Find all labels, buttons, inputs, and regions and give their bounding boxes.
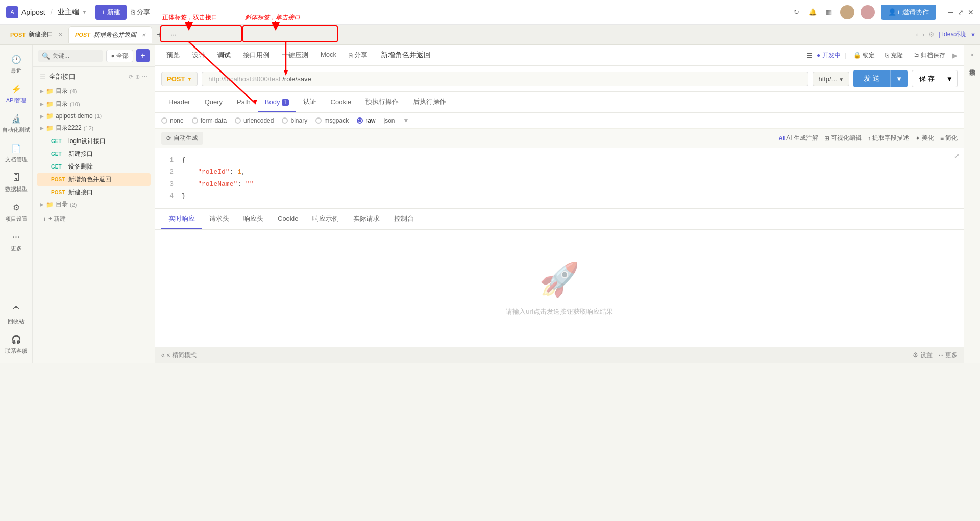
tab-preview[interactable]: 预览: [161, 48, 185, 62]
list-item[interactable]: POST 新建接口: [37, 186, 151, 199]
tab-share-api[interactable]: ⎘分享: [344, 48, 373, 62]
env-label[interactable]: | Idea环境: [939, 30, 966, 39]
method-select[interactable]: POST ▼: [161, 72, 198, 86]
extract-fields-button[interactable]: ↑ 提取字段描述: [868, 134, 909, 143]
add-api-button[interactable]: +: [136, 49, 150, 62]
beautify-button[interactable]: ✦ 美化: [915, 134, 934, 143]
req-tab-auth[interactable]: 认证: [296, 92, 324, 112]
bottom-more-button[interactable]: ··· 更多: [939, 351, 958, 360]
body-option-none[interactable]: none: [161, 117, 184, 124]
resp-tab-console[interactable]: 控制台: [387, 209, 421, 229]
req-tab-path[interactable]: Path: [230, 93, 258, 112]
filter-button[interactable]: ● 全部: [106, 50, 133, 62]
layout-icon[interactable]: ▦: [824, 7, 834, 17]
env-status[interactable]: ● 开发中: [817, 51, 841, 60]
sync-icon[interactable]: ⟳: [129, 74, 133, 80]
tab-new-interface[interactable]: POST 新建接口 ✕: [4, 26, 68, 43]
req-tab-pre[interactable]: 预执行操作: [358, 92, 406, 112]
tab-close-icon[interactable]: ✕: [141, 32, 145, 38]
all-apis-item[interactable]: ☰ 全部接口 ⟳ ⊕ ⋯: [37, 70, 151, 83]
sidebar-item-trash[interactable]: 🗑 回收站: [5, 300, 28, 329]
lock-button[interactable]: 🔒 锁定: [850, 49, 878, 62]
simplify-button[interactable]: ≡ 简化: [940, 134, 958, 143]
req-tab-query[interactable]: Query: [198, 93, 230, 112]
sidebar-item-more[interactable]: ··· 更多: [0, 227, 32, 256]
new-button[interactable]: + 新建: [95, 5, 127, 20]
tree-node-header-apipost[interactable]: ▶ 📁 apipost-demo (1): [37, 111, 151, 121]
avatar-user1[interactable]: [840, 5, 854, 19]
close-button[interactable]: ✕: [968, 8, 974, 16]
resp-tab-respheader[interactable]: 响应头: [236, 209, 271, 229]
tab-mock[interactable]: Mock: [315, 48, 341, 62]
send-button[interactable]: 发 送: [853, 70, 890, 87]
invite-button[interactable]: 👤+ 邀请协作: [881, 5, 936, 20]
req-tab-cookie[interactable]: Cookie: [324, 93, 358, 112]
url-input[interactable]: http://localhost:8000/test /role/save: [202, 72, 808, 86]
list-item[interactable]: GET login设计接口: [37, 135, 151, 148]
right-sidebar-toggle[interactable]: «: [968, 49, 976, 60]
tree-node-header-dir2[interactable]: ▶ 📁 目录 (10): [37, 98, 151, 110]
tab-nav-left-icon[interactable]: ‹: [916, 31, 918, 38]
maximize-button[interactable]: ⤢: [958, 8, 964, 16]
tree-node-header-dirlast[interactable]: ▶ 📁 目录 (2): [37, 199, 151, 210]
tab-close-icon[interactable]: ✕: [58, 32, 62, 37]
req-tab-header[interactable]: Header: [161, 93, 198, 112]
tree-node-header-dir1[interactable]: ▶ 📁 目录 (4): [37, 85, 151, 97]
more-tree-icon[interactable]: ⋯: [142, 74, 148, 80]
minimize-button[interactable]: ─: [948, 8, 953, 16]
send-arrow-button[interactable]: ▼: [890, 70, 908, 87]
save-button[interactable]: 保 存: [912, 70, 942, 87]
list-item[interactable]: GET 新建接口: [37, 148, 151, 160]
list-item-active[interactable]: POST 新增角色并返回: [37, 173, 151, 186]
body-option-urlencoded[interactable]: urlencoded: [235, 117, 274, 124]
resp-tab-example[interactable]: 响应示例: [305, 209, 346, 229]
right-sidebar-label[interactable]: 字段描述: [968, 60, 976, 68]
sidebar-item-support[interactable]: 🎧 联系客服: [5, 329, 28, 359]
tab-cases[interactable]: 接口用例: [238, 48, 275, 62]
simple-mode-button[interactable]: « « 精简模式: [161, 351, 197, 360]
list-item[interactable]: GET 设备删除: [37, 160, 151, 173]
auto-generate-button[interactable]: ⟳ 自动生成: [161, 132, 203, 145]
body-option-binary[interactable]: binary: [282, 117, 307, 124]
search-input[interactable]: [52, 52, 99, 59]
sidebar-item-data[interactable]: 🗄 数据模型: [0, 168, 32, 197]
code-editor[interactable]: ⤢ 1 { 2 "roleId": 1, 3 "roleName": "" 4: [155, 148, 964, 208]
settings-icon[interactable]: ⚙: [928, 31, 935, 38]
tab-stress[interactable]: 一键压测: [277, 48, 313, 62]
resp-tab-cookie[interactable]: Cookie: [271, 209, 305, 228]
env-select[interactable]: http/... ▼: [813, 72, 849, 86]
bottom-settings-button[interactable]: ⚙ 设置: [913, 351, 932, 360]
ai-comment-button[interactable]: AI AI 生成注解: [778, 134, 818, 143]
req-tab-body[interactable]: Body 1: [258, 93, 296, 112]
resp-tab-realtime[interactable]: 实时响应: [161, 209, 202, 229]
sidebar-toggle-icon[interactable]: ▶: [952, 52, 958, 59]
new-item-button[interactable]: + + 新建: [37, 211, 151, 226]
tab-add-button[interactable]: +: [152, 28, 166, 42]
body-option-formdata[interactable]: form-data: [192, 117, 227, 124]
tab-debug[interactable]: 调试: [212, 48, 236, 62]
avatar-user2[interactable]: [861, 5, 875, 19]
visual-edit-button[interactable]: ⊞ 可视化编辑: [824, 134, 862, 143]
bell-icon[interactable]: 🔔: [807, 7, 818, 17]
clone-button[interactable]: ⎘ 克隆: [882, 49, 905, 62]
archive-button[interactable]: 🗂 归档保存: [910, 49, 948, 62]
req-tab-post[interactable]: 后执行操作: [406, 92, 453, 112]
sidebar-item-docs[interactable]: 📄 文档管理: [0, 138, 32, 168]
expand-icon[interactable]: ⤢: [954, 152, 960, 160]
sidebar-item-test[interactable]: 🔬 自动化测试: [0, 108, 32, 138]
body-option-raw[interactable]: raw: [357, 117, 375, 124]
workspace-dropdown-icon[interactable]: ▼: [82, 9, 87, 15]
share-button-top[interactable]: ⎘ 分享: [131, 8, 150, 17]
save-arrow-button[interactable]: ▼: [942, 70, 958, 87]
sidebar-item-recent[interactable]: 🕐 最近: [0, 49, 32, 79]
refresh-icon[interactable]: ↻: [791, 7, 801, 17]
body-option-msgpack[interactable]: msgpack: [315, 117, 349, 124]
body-option-arrow[interactable]: ▼: [403, 117, 409, 124]
body-option-json[interactable]: json: [384, 117, 395, 124]
env-arrow-icon[interactable]: ▼: [970, 32, 976, 38]
tab-more-button[interactable]: ···: [166, 28, 181, 42]
sidebar-item-api[interactable]: ⚡ API管理: [0, 79, 32, 108]
menu-icon[interactable]: ☰: [806, 52, 813, 59]
resp-tab-actual[interactable]: 实际请求: [346, 209, 387, 229]
tree-node-header-dir2222[interactable]: ▶ 📁 目录2222 (12): [37, 122, 151, 134]
